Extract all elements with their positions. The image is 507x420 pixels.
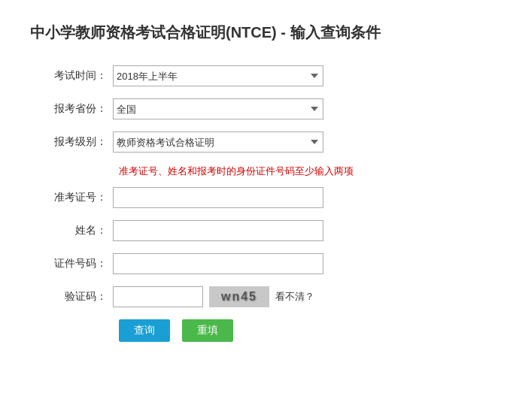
captcha-input[interactable] <box>113 286 203 307</box>
province-row: 报考省份： 全国 北京 上海 广东 浙江 <box>45 98 477 119</box>
error-message: 准考证号、姓名和报考时的身份证件号码至少输入两项 <box>119 165 477 178</box>
button-row: 查询 重填 <box>119 319 477 342</box>
name-control <box>113 220 323 241</box>
exam-time-control: 2018年上半年 2017年下半年 2017年上半年 <box>113 65 323 86</box>
province-control: 全国 北京 上海 广东 浙江 <box>113 98 323 119</box>
category-select[interactable]: 教师资格考试合格证明 其他 <box>113 131 323 153</box>
captcha-image: wn45 <box>209 286 269 307</box>
name-input[interactable] <box>113 220 323 241</box>
province-select[interactable]: 全国 北京 上海 广东 浙江 <box>113 98 323 119</box>
query-button[interactable]: 查询 <box>119 319 170 342</box>
exam-time-label: 考试时间： <box>45 69 113 83</box>
admission-input[interactable] <box>113 187 323 208</box>
name-row: 姓名： <box>45 220 477 241</box>
reset-button[interactable]: 重填 <box>182 319 233 342</box>
exam-time-select[interactable]: 2018年上半年 2017年下半年 2017年上半年 <box>113 65 323 86</box>
province-label: 报考省份： <box>45 102 113 116</box>
id-control <box>113 253 323 274</box>
form-wrapper: 考试时间： 2018年上半年 2017年下半年 2017年上半年 报考省份： 全… <box>45 65 477 342</box>
page-title: 中小学教师资格考试合格证明(NTCE) - 输入查询条件 <box>30 23 477 43</box>
exam-time-row: 考试时间： 2018年上半年 2017年下半年 2017年上半年 <box>45 65 477 86</box>
captcha-input-wrapper: wn45 看不清？ <box>113 286 314 307</box>
admission-control <box>113 187 323 208</box>
id-label: 证件号码： <box>45 257 113 270</box>
category-label: 报考级别： <box>45 135 113 149</box>
id-input[interactable] <box>113 253 323 274</box>
name-label: 姓名： <box>45 224 113 237</box>
captcha-refresh-link[interactable]: 看不清？ <box>275 290 314 304</box>
category-control: 教师资格考试合格证明 其他 <box>113 131 323 153</box>
id-row: 证件号码： <box>45 253 477 274</box>
captcha-label: 验证码： <box>45 290 113 304</box>
admission-row: 准考证号： <box>45 187 477 208</box>
admission-label: 准考证号： <box>45 191 113 204</box>
category-row: 报考级别： 教师资格考试合格证明 其他 <box>45 131 477 153</box>
captcha-row: 验证码： wn45 看不清？ <box>45 286 477 307</box>
page-container: 中小学教师资格考试合格证明(NTCE) - 输入查询条件 考试时间： 2018年… <box>0 0 507 372</box>
